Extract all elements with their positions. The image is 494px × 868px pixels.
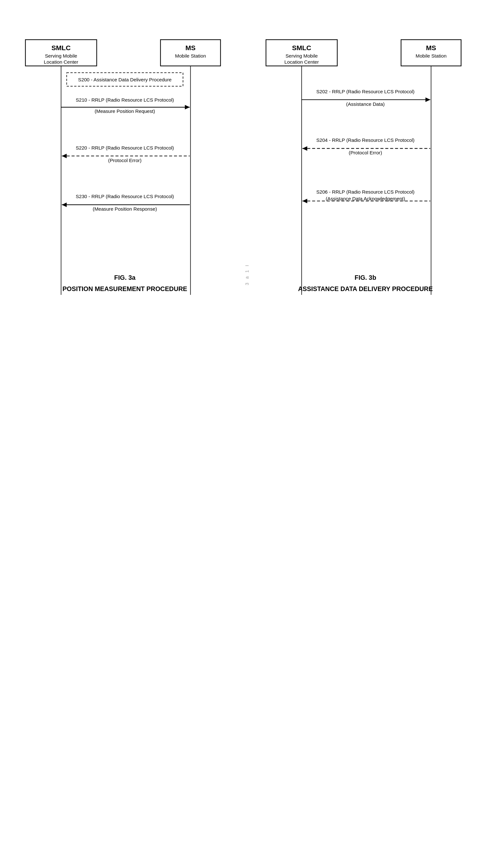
page-container: SMLC Serving Mobile Location Center MS M… (0, 0, 494, 868)
vertical-text: 3 a 1 I (244, 264, 250, 285)
figure-3b: SMLC Serving Mobile Location Center MS M… (255, 32, 480, 313)
svg-text:ASSISTANCE DATA DELIVERY PROCE: ASSISTANCE DATA DELIVERY PROCEDURE (298, 285, 433, 292)
svg-text:(Measure Position Response): (Measure Position Response) (93, 206, 157, 212)
svg-text:S206 - RRLP (Radio Resource LC: S206 - RRLP (Radio Resource LCS Protocol… (316, 189, 415, 195)
figure-3a: SMLC Serving Mobile Location Center MS M… (14, 32, 239, 313)
svg-text:(Protocol Error): (Protocol Error) (108, 158, 141, 163)
svg-text:(Protocol Error): (Protocol Error) (349, 150, 382, 155)
svg-text:S210 - RRLP (Radio Resource LC: S210 - RRLP (Radio Resource LCS Protocol… (76, 97, 174, 102)
svg-marker-39 (302, 146, 307, 151)
svg-text:Serving Mobile: Serving Mobile (286, 53, 318, 59)
svg-rect-29 (401, 40, 461, 66)
svg-text:S200 - Assistance Data Deliver: S200 - Assistance Data Delivery Procedur… (78, 77, 172, 82)
svg-text:(Assistance Data Acknowledgeme: (Assistance Data Acknowledgement) (326, 196, 405, 201)
svg-marker-20 (62, 202, 66, 207)
svg-text:MS: MS (186, 44, 196, 52)
svg-marker-16 (62, 154, 66, 158)
svg-text:Location Center: Location Center (284, 59, 319, 65)
svg-text:S202 - RRLP (Radio Resource LC: S202 - RRLP (Radio Resource LCS Protocol… (316, 89, 415, 94)
svg-text:Mobile Station: Mobile Station (416, 53, 446, 59)
svg-text:(Measure Position Request): (Measure Position Request) (95, 109, 155, 114)
svg-text:S204 - RRLP (Radio Resource LC: S204 - RRLP (Radio Resource LCS Protocol… (316, 137, 415, 143)
svg-text:FIG. 3a: FIG. 3a (114, 274, 136, 281)
svg-text:POSITION MEASUREMENT PROCEDURE: POSITION MEASUREMENT PROCEDURE (62, 285, 187, 292)
svg-text:Mobile Station: Mobile Station (175, 53, 206, 59)
svg-rect-4 (160, 40, 221, 66)
svg-text:SMLC: SMLC (52, 44, 71, 52)
fig3b-svg: SMLC Serving Mobile Location Center MS M… (255, 32, 480, 313)
svg-text:MS: MS (426, 44, 436, 52)
svg-marker-35 (425, 97, 430, 102)
svg-text:S220 - RRLP (Radio Resource LC: S220 - RRLP (Radio Resource LCS Protocol… (76, 145, 174, 151)
svg-text:Serving Mobile: Serving Mobile (45, 53, 77, 59)
svg-text:SMLC: SMLC (292, 44, 311, 52)
fig3a-svg: SMLC Serving Mobile Location Center MS M… (14, 32, 239, 313)
svg-text:Location Center: Location Center (44, 59, 78, 65)
svg-marker-43 (302, 199, 307, 203)
svg-text:FIG. 3b: FIG. 3b (355, 274, 376, 281)
svg-text:S230 - RRLP (Radio Resource LC: S230 - RRLP (Radio Resource LCS Protocol… (76, 194, 174, 199)
svg-marker-12 (185, 105, 190, 109)
svg-text:(Assistance Data): (Assistance Data) (346, 101, 385, 107)
